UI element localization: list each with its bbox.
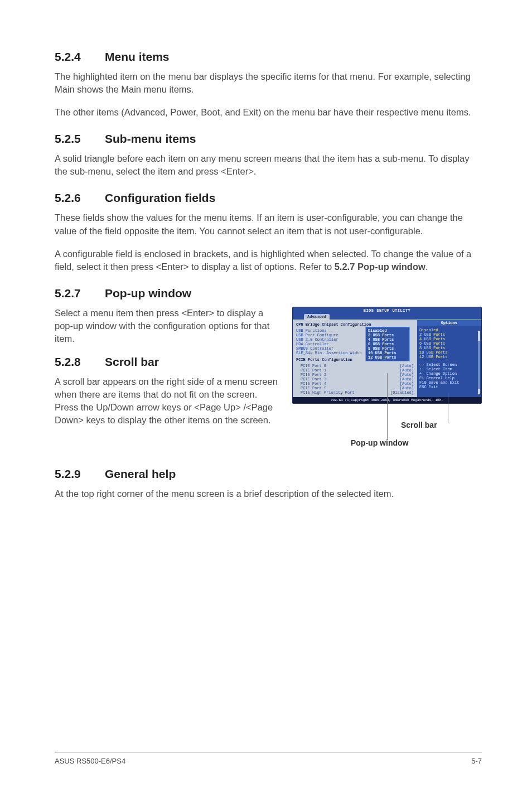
- section-527: 5.2.7Pop-up window Select a menu item th…: [55, 287, 482, 454]
- bios-option: 4 USB Ports: [419, 337, 479, 341]
- bios-option: 6 USB Ports: [419, 341, 479, 346]
- callout-scroll-label: Scroll bar: [401, 421, 437, 429]
- section-526: 5.2.6Configuration fields These fields s…: [55, 191, 482, 273]
- bios-row[interactable]: PCIE Port 3[Auto]: [296, 377, 414, 381]
- heading-528: 5.2.8Scroll bar: [55, 355, 282, 369]
- bios-tabbar: Advanced: [293, 314, 481, 320]
- heading-num: 5.2.5: [55, 132, 105, 146]
- heading-num: 5.2.7: [55, 287, 105, 300]
- page-footer: ASUS RS500-E6/PS4 5-7: [55, 752, 482, 765]
- bios-screenshot: BIOS SETUP UTILITY Advanced CPU Bridge C…: [292, 307, 482, 454]
- bios-left-panel: CPU Bridge Chipset Configuration USB Fun…: [293, 320, 417, 397]
- heading-525: 5.2.5Sub-menu items: [55, 132, 482, 146]
- heading-title: Sub-menu items: [105, 132, 196, 145]
- scrollbar-thumb[interactable]: [478, 389, 480, 394]
- bios-row[interactable]: PCIE Port 0[Auto]: [296, 364, 414, 368]
- callout-line: [448, 393, 448, 423]
- popup-option[interactable]: 4 USB Ports: [368, 337, 407, 342]
- bios-row[interactable]: PCIE Port 4[Auto]: [296, 381, 414, 386]
- heading-num: 5.2.6: [55, 191, 105, 205]
- footer-left: ASUS RS500-E6/PS4: [55, 757, 125, 765]
- bios-panel-title: CPU Bridge Chipset Configuration: [296, 322, 414, 327]
- callout-line: [387, 373, 388, 440]
- para: A scroll bar appears on the right side o…: [55, 375, 282, 427]
- bios-right-panel: Options Disabled 2 USB Ports 4 USB Ports…: [417, 320, 481, 397]
- heading-527: 5.2.7Pop-up window: [55, 287, 482, 300]
- heading-num: 5.2.4: [55, 50, 105, 64]
- heading-title: Configuration fields: [105, 191, 215, 204]
- bios-row[interactable]: PCIE High Priority Port[Disabled]: [296, 390, 414, 395]
- callouts: Scroll bar Pop-up window: [292, 404, 482, 454]
- bios-option: Disabled: [419, 328, 479, 332]
- popup-option[interactable]: 6 USB Ports: [368, 342, 407, 346]
- footer-right: 5-7: [471, 757, 482, 765]
- bios-help-line: ←→ Select Screen: [419, 363, 479, 367]
- bios-tab-advanced[interactable]: Advanced: [304, 314, 330, 320]
- bios-title: BIOS SETUP UTILITY: [293, 307, 481, 314]
- heading-title: Menu items: [105, 50, 170, 63]
- para: Select a menu item then press <Enter> to…: [55, 307, 282, 345]
- section-525: 5.2.5Sub-menu items A solid triangle bef…: [55, 132, 482, 178]
- bios-popup[interactable]: Disabled 2 USB Ports 4 USB Ports 6 USB P…: [365, 327, 410, 361]
- heading-524: 5.2.4Menu items: [55, 50, 482, 64]
- popup-option[interactable]: 8 USB Ports: [368, 346, 407, 351]
- bios-help-line: ↑↓ Select Item: [419, 367, 479, 371]
- para: A solid triangle before each item on any…: [55, 152, 482, 178]
- bios-option: 10 USB Ports: [419, 350, 479, 355]
- heading-title: General help: [105, 467, 176, 480]
- bios-row[interactable]: PCIE Port 5[Auto]: [296, 386, 414, 390]
- popup-option[interactable]: 12 USB Ports: [368, 355, 407, 360]
- bios-help-line: F10 Save and Exit: [419, 380, 479, 385]
- bios-row[interactable]: PCIE Port 1[Auto]: [296, 368, 414, 373]
- bios-options-header: Options: [417, 320, 481, 326]
- para-ref: 5.2.7 Pop-up window: [335, 262, 425, 272]
- bios-help-line: F1 General Help: [419, 376, 479, 380]
- bios-row[interactable]: PCIE Port 2[Auto]: [296, 373, 414, 377]
- bios-scrollbar[interactable]: [477, 330, 481, 395]
- para-text: .: [425, 262, 428, 272]
- popup-option[interactable]: 2 USB Ports: [368, 333, 407, 337]
- bios-option: 12 USB Ports: [419, 355, 479, 359]
- callout-popup-label: Pop-up window: [351, 438, 408, 447]
- bios-help-line: ESC Exit: [419, 385, 479, 389]
- para: The highlighted item on the menu bar dis…: [55, 70, 482, 96]
- popup-option[interactable]: 10 USB Ports: [368, 351, 407, 355]
- bios-help-line: +- Change Option: [419, 371, 479, 376]
- heading-num: 5.2.9: [55, 467, 105, 481]
- heading-529: 5.2.9General help: [55, 467, 482, 481]
- bios-option: 2 USB Ports: [419, 332, 479, 337]
- scrollbar-thumb[interactable]: [478, 331, 480, 341]
- heading-num: 5.2.8: [55, 355, 105, 369]
- para: The other items (Advanced, Power, Boot, …: [55, 106, 482, 119]
- para: A configurable field is enclosed in brac…: [55, 248, 482, 273]
- para: These fields show the values for the men…: [55, 211, 482, 237]
- popup-option[interactable]: Disabled: [368, 328, 407, 333]
- bios-option: 8 USB Ports: [419, 346, 479, 350]
- section-524: 5.2.4Menu items The highlighted item on …: [55, 50, 482, 119]
- heading-title: Pop-up window: [105, 287, 191, 299]
- heading-title: Scroll bar: [105, 355, 159, 368]
- para: At the top right corner of the menu scre…: [55, 487, 482, 500]
- section-529: 5.2.9General help At the top right corne…: [55, 467, 482, 500]
- heading-526: 5.2.6Configuration fields: [55, 191, 482, 205]
